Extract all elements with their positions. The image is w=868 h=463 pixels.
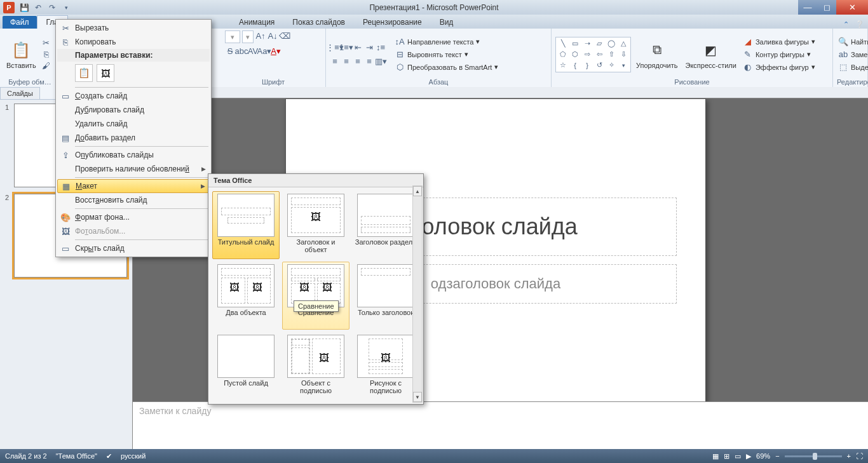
styles-icon: ◩ [701, 40, 721, 60]
align-text-button[interactable]: ⊟Выровнять текст▾ [393, 49, 499, 60]
justify-icon[interactable]: ≡ [364, 57, 374, 67]
redo-icon[interactable]: ↷ [47, 3, 57, 13]
layout-title-content[interactable]: 🖼 Заголовок и объект [282, 191, 349, 259]
font-color-icon[interactable]: A▾ [271, 46, 281, 56]
menu-hide-slide[interactable]: ▭Скрыть слайд [57, 241, 210, 255]
fit-slide-icon[interactable]: ⛶ [856, 452, 863, 460]
view-normal-icon[interactable]: ▦ [712, 452, 719, 460]
maximize-button[interactable]: ◻ [817, 0, 836, 15]
group-font: ▾ ▾ A↑ A↓ ⌫ S abc AV Aa▾ A▾ Шрифт [221, 29, 326, 87]
thumb-number: 1 [5, 104, 10, 187]
align-center-icon[interactable]: ≡ [341, 57, 351, 67]
line-spacing-icon[interactable]: ↕≡ [376, 43, 386, 53]
tab-review[interactable]: Рецензирование [354, 16, 431, 29]
menu-layout[interactable]: ▦Макет▶ [57, 179, 210, 193]
notes-pane[interactable]: Заметки к слайду [133, 401, 868, 449]
shape-effects-button[interactable]: ◐Эффекты фигур▾ [742, 62, 817, 73]
layout-blank[interactable]: Пустой слайд [212, 332, 280, 400]
layout-two-content[interactable]: 🖼🖼 Два объекта [212, 262, 280, 330]
tab-slideshow[interactable]: Показ слайдов [283, 16, 354, 29]
grow-font-icon[interactable]: A↑ [255, 30, 266, 41]
layout-section-header[interactable]: Заголовок раздела [352, 191, 419, 259]
shape-outline-button[interactable]: ✎Контур фигуры▾ [742, 49, 817, 60]
shrink-font-icon[interactable]: A↓ [268, 30, 278, 41]
clear-format-icon[interactable]: ⌫ [280, 30, 290, 41]
group-clipboard: 📋 Вставить ✂ ⎘ 🖌 Буфер обм… [0, 29, 60, 87]
quick-access-toolbar: 💾 ↶ ↷ ▾ [19, 3, 71, 13]
layout-content-caption[interactable]: 🖼 Объект с подписью [282, 332, 349, 400]
zoom-slider[interactable] [785, 455, 842, 457]
menu-cut[interactable]: ✂Вырезать [57, 21, 210, 35]
shape-rect-icon: ▭ [569, 39, 581, 49]
change-case-icon[interactable]: Aa▾ [259, 46, 269, 56]
indent-dec-icon[interactable]: ⇤ [353, 43, 363, 53]
bullets-icon[interactable]: ⋮≡▾ [330, 43, 340, 53]
paste-button[interactable]: 📋 Вставить [4, 39, 39, 70]
language-indicator[interactable]: русский [121, 452, 146, 460]
menu-copy[interactable]: ⎘Копировать [57, 35, 210, 49]
view-slideshow-icon[interactable]: ▶ [746, 452, 751, 460]
select-button[interactable]: ⬚Выделить▾ [837, 62, 868, 73]
minimize-button[interactable]: — [798, 0, 817, 15]
view-sorter-icon[interactable]: ⊞ [724, 452, 729, 460]
align-left-icon[interactable]: ≡ [330, 57, 340, 67]
album-icon: 🖼 [60, 227, 71, 236]
shape-line-icon: ╲ [557, 39, 569, 49]
group-paragraph: ⋮≡▾ 1≡▾ ⇤ ⇥ ↕≡ ≡ ≡ ≡ ≡ ▥▾ ↕AНаправление … [326, 29, 552, 87]
layout-title-only[interactable]: Только заголовок [352, 262, 419, 330]
help-icon[interactable]: ❔ [855, 20, 864, 29]
layout-title-slide[interactable]: Титульный слайд [212, 191, 280, 259]
align-right-icon[interactable]: ≡ [353, 57, 363, 67]
font-size-box[interactable]: ▾ [225, 30, 240, 43]
undo-icon[interactable]: ↶ [33, 3, 43, 13]
paste-use-theme-icon[interactable]: 📋 [75, 64, 93, 82]
layout-comparison[interactable]: 🖼🖼 Сравнение [282, 262, 349, 330]
flyout-scrollbar[interactable]: ▲ ▼ [412, 185, 423, 403]
cut-icon[interactable]: ✂ [41, 38, 51, 48]
zoom-in-icon[interactable]: + [847, 452, 851, 460]
minimize-ribbon-icon[interactable]: ⌃ [843, 20, 849, 29]
smartart-button[interactable]: ⬡Преобразовать в SmartArt▾ [393, 62, 499, 73]
save-icon[interactable]: 💾 [19, 3, 29, 13]
menu-check-updates[interactable]: Проверить наличие обновлений▶ [57, 162, 210, 176]
layout-picture-caption[interactable]: 🖼 Рисунок с подписью [352, 332, 419, 400]
menu-delete-slide[interactable]: Удалить слайд [57, 117, 210, 131]
tab-view[interactable]: Вид [431, 16, 463, 29]
arrange-button[interactable]: ⧉Упорядочить [634, 39, 680, 70]
zoom-level[interactable]: 69% [756, 452, 770, 460]
tab-anim[interactable]: Анимация [230, 16, 283, 29]
select-icon: ⬚ [838, 62, 848, 72]
shapes-gallery[interactable]: ╲▭➝▱◯△ ⬠⬡⇨⇦⇧⇩ ☆{}↺✧▾ [555, 37, 631, 72]
view-reading-icon[interactable]: ▭ [735, 452, 741, 460]
flyout-header: Тема Office [208, 174, 423, 187]
columns-icon[interactable]: ▥▾ [376, 57, 386, 67]
replace-button[interactable]: abЗаменить▾ [837, 49, 868, 60]
format-painter-icon[interactable]: 🖌 [41, 61, 51, 71]
slides-tab[interactable]: Слайды [0, 87, 40, 99]
strike-icon[interactable]: S [225, 46, 235, 56]
subscript-icon[interactable]: abc [236, 46, 247, 56]
zoom-out-icon[interactable]: − [775, 452, 779, 460]
publish-icon: ⇪ [60, 151, 71, 160]
menu-new-slide[interactable]: ▭Создать слайд [57, 89, 210, 103]
qat-more-icon[interactable]: ▾ [61, 3, 71, 13]
menu-publish-slides[interactable]: ⇪Опубликовать слайды [57, 148, 210, 162]
menu-reset-slide[interactable]: Восстановить слайд [57, 193, 210, 207]
numbering-icon[interactable]: 1≡▾ [341, 43, 351, 53]
close-button[interactable]: ✕ [836, 0, 868, 15]
menu-add-section[interactable]: ▤Добавить раздел [57, 131, 210, 145]
tab-file[interactable]: Файл [3, 16, 37, 29]
slide-position: Слайд 2 из 2 [5, 452, 47, 460]
quick-styles-button[interactable]: ◩Экспресс-стили [682, 39, 738, 70]
shape-fill-button[interactable]: ◢Заливка фигуры▾ [742, 36, 817, 48]
new-slide-icon: ▭ [60, 91, 71, 101]
spell-check-icon[interactable]: ✔ [106, 452, 112, 460]
smartart-icon: ⬡ [395, 62, 405, 72]
menu-format-bg[interactable]: 🎨Формат фона... [57, 210, 210, 224]
paste-picture-icon[interactable]: 🖼 [97, 64, 114, 82]
find-button[interactable]: 🔍Найти [837, 36, 868, 48]
indent-inc-icon[interactable]: ⇥ [364, 43, 374, 53]
menu-duplicate-slide[interactable]: Дублировать слайд [57, 103, 210, 117]
text-direction-button[interactable]: ↕AНаправление текста▾ [393, 36, 499, 48]
copy-icon[interactable]: ⎘ [41, 50, 51, 60]
